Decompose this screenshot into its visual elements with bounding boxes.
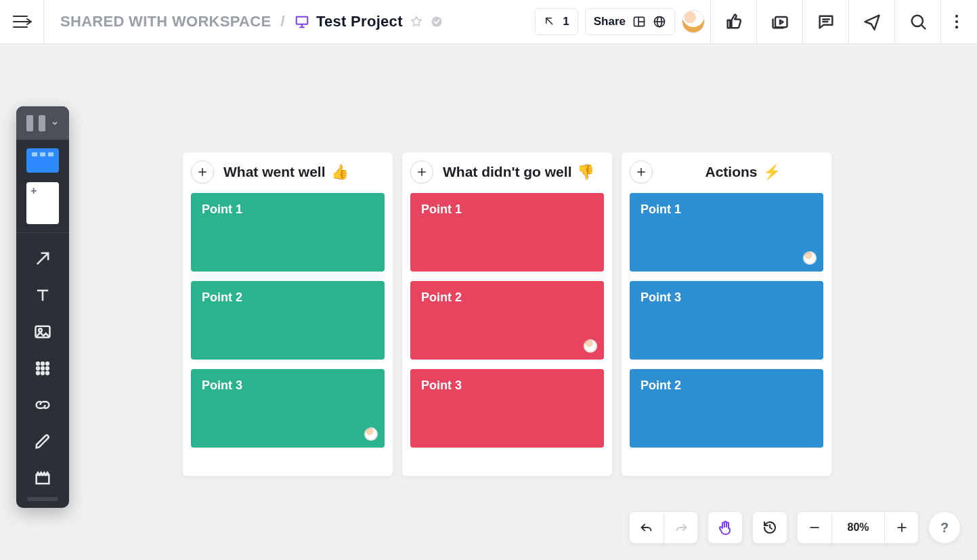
card-label: Point 3 — [641, 290, 681, 304]
card-author-avatar — [364, 427, 378, 441]
board-card[interactable]: Point 1 — [630, 193, 823, 272]
hand-tool-button[interactable] — [708, 512, 742, 543]
svg-point-27 — [39, 328, 42, 332]
version-history-button[interactable] — [753, 512, 787, 543]
column-header: What didn't go well👎 — [410, 160, 604, 184]
link-tool[interactable] — [32, 394, 53, 416]
card-author-avatar — [803, 251, 817, 265]
pan-tool — [708, 511, 743, 544]
search-button[interactable] — [894, 0, 940, 43]
status-check-icon[interactable] — [430, 15, 443, 28]
comments-button[interactable] — [802, 0, 848, 43]
add-card-button[interactable] — [191, 160, 214, 184]
more-menu-button[interactable] — [940, 0, 972, 43]
svg-point-35 — [41, 372, 44, 374]
open-presentation-button[interactable]: 1 — [535, 8, 578, 35]
video-library-icon — [770, 12, 789, 31]
paper-plane-icon — [863, 12, 882, 31]
view-switcher[interactable] — [16, 106, 69, 140]
star-icon[interactable] — [410, 15, 423, 28]
redo-icon — [674, 520, 689, 535]
svg-point-36 — [46, 372, 49, 374]
search-icon — [909, 12, 928, 31]
card-label: Point 3 — [421, 379, 462, 392]
column-title-text: What didn't go well — [443, 164, 571, 180]
board-card[interactable]: Point 2 — [191, 281, 385, 360]
svg-line-19 — [921, 25, 925, 28]
minus-icon — [808, 521, 821, 534]
zoom-out-button[interactable] — [798, 512, 831, 543]
text-icon — [33, 286, 52, 305]
text-tool[interactable] — [32, 284, 53, 306]
board-card[interactable]: Point 3 — [630, 281, 823, 360]
zoom-controls: 80% — [797, 511, 919, 544]
board-card[interactable]: Point 3 — [410, 369, 604, 448]
hand-icon — [717, 519, 733, 536]
project-title: Test Project — [316, 13, 403, 30]
slide-thumbnails: + — [16, 140, 69, 233]
column-emoji-icon: 👍 — [331, 164, 349, 180]
column-title-text: What went well — [223, 164, 326, 180]
add-card-button[interactable] — [630, 160, 653, 184]
board-card[interactable]: Point 2 — [630, 369, 823, 448]
chevron-down-icon — [51, 119, 59, 127]
videos-button[interactable] — [756, 0, 802, 43]
user-avatar[interactable] — [682, 10, 705, 33]
svg-point-33 — [46, 367, 49, 370]
chat-icon — [817, 12, 835, 31]
add-card-button[interactable] — [410, 160, 433, 184]
reactions-button[interactable] — [710, 0, 756, 43]
image-tool[interactable] — [32, 321, 53, 343]
svg-point-21 — [955, 20, 957, 23]
bottom-controls: 80% ? — [629, 511, 961, 544]
history-version — [752, 511, 787, 544]
undo-button[interactable] — [630, 512, 664, 543]
redo-button[interactable] — [664, 512, 697, 543]
draw-tool[interactable] — [32, 431, 53, 452]
add-slide-button[interactable]: + — [26, 182, 59, 224]
shapes-tool[interactable] — [32, 358, 53, 379]
board-card[interactable]: Point 1 — [410, 193, 604, 272]
menu-toggle-button[interactable] — [0, 0, 44, 43]
plus-icon — [635, 166, 647, 178]
layout-icon — [632, 15, 646, 28]
share-button[interactable]: Share — [585, 8, 675, 35]
svg-rect-3 — [297, 17, 308, 24]
board-card[interactable]: Point 2 — [410, 281, 604, 360]
canvas[interactable]: + — [0, 44, 977, 560]
board-column: What didn't go well👎Point 1Point 2Point … — [402, 152, 612, 476]
board-card[interactable]: Point 3 — [191, 369, 385, 448]
card-label: Point 2 — [202, 290, 242, 304]
plus-icon — [895, 521, 909, 534]
more-vertical-icon — [947, 12, 966, 31]
zoom-level[interactable]: 80% — [831, 512, 884, 543]
breadcrumb-project[interactable]: Test Project — [295, 13, 443, 30]
frame-icon — [33, 469, 52, 488]
svg-point-30 — [46, 362, 49, 365]
column-title: What didn't go well👎 — [443, 164, 594, 180]
breadcrumb-workspace[interactable]: SHARED WITH WORKSPACE — [60, 13, 271, 30]
card-label: Point 2 — [421, 290, 462, 304]
retro-board: What went well👍Point 1Point 2Point 3What… — [183, 152, 831, 476]
send-button[interactable] — [848, 0, 894, 43]
svg-point-29 — [41, 362, 44, 365]
column-header: What went well👍 — [191, 160, 385, 184]
column-title-text: Actions — [705, 164, 757, 180]
image-icon — [33, 322, 52, 341]
left-toolbar: + — [16, 106, 69, 508]
svg-line-7 — [546, 18, 552, 24]
svg-rect-14 — [775, 17, 787, 27]
zoom-in-button[interactable] — [884, 512, 918, 543]
pencil-icon — [33, 432, 52, 451]
column-title: What went well👍 — [223, 164, 349, 180]
arrow-tool[interactable] — [32, 248, 53, 270]
svg-point-34 — [37, 372, 39, 374]
header-actions: 1 Share — [535, 8, 705, 35]
board-card[interactable]: Point 1 — [191, 193, 385, 272]
svg-point-28 — [37, 362, 39, 365]
history-icon — [762, 519, 778, 536]
frame-tool[interactable] — [32, 467, 53, 489]
slide-thumbnail-1[interactable] — [26, 148, 59, 173]
help-button[interactable]: ? — [928, 511, 961, 544]
svg-marker-15 — [780, 20, 783, 24]
